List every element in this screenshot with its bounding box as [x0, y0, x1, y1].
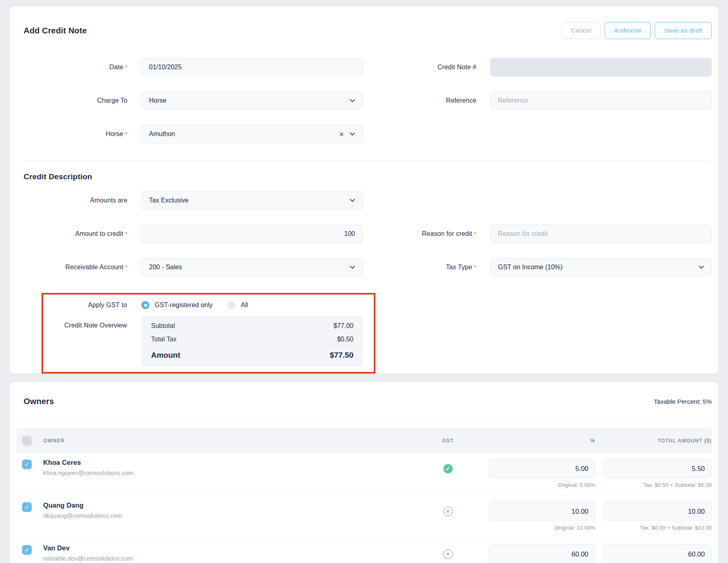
credit-note-overview-label: Credit Note Overview: [43, 316, 127, 329]
owner-name: Van Dev: [43, 544, 423, 552]
tax-type-label: Tax Type: [373, 264, 476, 271]
credit-description-grid: Amounts are Tax Exclusive Amount to cred…: [10, 191, 718, 277]
charge-to-label: Charge To: [24, 97, 127, 104]
tax-type-value: GST on Income (10%): [498, 264, 563, 271]
horse-label: Horse: [24, 130, 127, 138]
apply-gst-radio-group: GST-registered only All: [141, 301, 363, 309]
credit-description-heading: Credit Description: [10, 161, 718, 181]
chevron-down-icon: [350, 130, 355, 136]
amount-label: Amount: [151, 351, 180, 360]
apply-gst-row: Apply GST to GST-registered only All: [43, 297, 363, 313]
total-tax-label: Total Tax: [151, 336, 177, 343]
top-form-grid: Date Charge To Horse Horse Amuthon ✕: [10, 58, 718, 143]
chevron-down-icon: [350, 264, 355, 269]
add-credit-note-card: Add Credit Note Cancel Authorise Save as…: [10, 7, 718, 374]
owners-table-header: OWNER GST % TOTAL AMOUNT ($): [16, 429, 712, 453]
chevron-down-icon: [350, 197, 355, 202]
total-input[interactable]: [603, 544, 712, 563]
percent-input[interactable]: [489, 459, 595, 478]
authorise-button[interactable]: Authorise: [605, 22, 651, 39]
percent-column-header: %: [489, 438, 595, 444]
taxable-percent: Taxable Percent: 5%: [654, 397, 712, 405]
chevron-down-icon: [350, 97, 355, 102]
owners-table-body: ✓ Khoa Ceres khoa.nguyen@ceresolutions.c…: [16, 453, 712, 563]
total-note: Tax: $0.50 + Subtotal: $5.00: [603, 482, 712, 488]
radio-all[interactable]: All: [227, 301, 248, 309]
radio-unselected-icon[interactable]: [227, 301, 235, 309]
table-row: ✓ Van Dev mistable.dev@ceresolutions.com…: [16, 539, 712, 563]
amounts-are-value: Tax Exclusive: [149, 197, 189, 204]
reference-label: Reference: [373, 97, 476, 104]
tax-type-select[interactable]: GST on Income (10%): [490, 258, 712, 277]
receivable-account-value: 200 - Sales: [149, 264, 182, 271]
charge-to-select[interactable]: Horse: [141, 91, 363, 110]
credit-note-overview-row: Credit Note Overview Subtotal $77.00 Tot…: [43, 316, 363, 367]
receivable-account-select[interactable]: 200 - Sales: [141, 258, 363, 277]
clear-icon[interactable]: ✕: [339, 131, 344, 137]
header-actions: Cancel Authorise Save as draft: [561, 22, 712, 39]
percent-input[interactable]: [489, 501, 595, 521]
subtotal-label: Subtotal: [151, 322, 175, 330]
owner-email: khoa.nguyen@ceresolutions.com: [43, 469, 423, 476]
cancel-button[interactable]: Cancel: [561, 22, 600, 39]
apply-gst-label: Apply GST to: [43, 301, 127, 309]
annotation-box: Apply GST to GST-registered only All Cre…: [42, 293, 375, 374]
owner-email: dkquang@ceresolutions.com: [43, 512, 423, 519]
total-note: Tax: $0.00 + Subtotal: $10.00: [603, 525, 712, 531]
owner-name: Khoa Ceres: [43, 459, 423, 466]
horse-value: Amuthon: [149, 130, 175, 138]
charge-to-value: Horse: [149, 97, 167, 104]
percent-note: Original: 5.00%: [489, 482, 595, 488]
amount-to-credit-label: Amount to credit: [24, 230, 127, 238]
reason-for-credit-input[interactable]: [490, 224, 712, 243]
amount-to-credit-input[interactable]: [141, 224, 363, 243]
receivable-account-label: Receivable Account: [24, 264, 127, 271]
credit-note-overview-panel: Subtotal $77.00 Total Tax $0.50 Amount $…: [141, 316, 363, 367]
select-all-checkbox[interactable]: [22, 436, 32, 446]
gst-not-registered-icon: ✕: [443, 507, 453, 516]
owners-table: OWNER GST % TOTAL AMOUNT ($) ✓ Khoa Cere…: [16, 429, 712, 563]
row-checkbox[interactable]: ✓: [22, 502, 32, 512]
percent-note: Original: 10.00%: [489, 525, 595, 531]
radio-gst-registered-only[interactable]: GST-registered only: [141, 301, 213, 309]
owners-header: Owners Taxable Percent: 5%: [10, 382, 718, 422]
owners-card: Owners Taxable Percent: 5% OWNER GST % T…: [10, 382, 718, 563]
table-row: ✓ Khoa Ceres khoa.nguyen@ceresolutions.c…: [16, 453, 712, 496]
gst-column-header: GST: [423, 438, 472, 444]
gst-registered-icon: ✓: [443, 464, 453, 473]
owner-name: Quang Dang: [43, 501, 423, 509]
reason-for-credit-label: Reason for credit: [373, 230, 476, 238]
date-input[interactable]: [141, 58, 363, 77]
subtotal-value: $77.00: [333, 322, 353, 330]
credit-note-number-input: [490, 58, 712, 77]
total-amount-column-header: TOTAL AMOUNT ($): [603, 438, 712, 444]
total-input[interactable]: [603, 459, 712, 478]
amounts-are-label: Amounts are: [24, 197, 127, 204]
amount-value: $77.50: [330, 351, 353, 360]
gst-not-registered-icon: ✕: [443, 550, 453, 559]
credit-note-number-label: Credit Note #: [373, 64, 476, 71]
table-row: ✓ Quang Dang dkquang@ceresolutions.com ✕…: [16, 496, 712, 539]
row-checkbox[interactable]: ✓: [22, 460, 32, 469]
row-checkbox[interactable]: ✓: [22, 545, 32, 555]
card-header: Add Credit Note Cancel Authorise Save as…: [10, 7, 718, 39]
owner-email: mistable.dev@ceresolutions.com: [43, 555, 423, 562]
radio-selected-icon[interactable]: [141, 301, 149, 309]
chevron-down-icon: [699, 264, 704, 269]
total-input[interactable]: [603, 501, 712, 521]
reference-input[interactable]: [490, 91, 712, 110]
save-as-draft-button[interactable]: Save as draft: [655, 22, 712, 39]
owners-heading: Owners: [24, 397, 54, 406]
total-tax-value: $0.50: [337, 336, 353, 343]
date-label: Date: [24, 64, 127, 71]
percent-input[interactable]: [489, 544, 595, 563]
horse-select[interactable]: Amuthon ✕: [141, 125, 363, 143]
page-title: Add Credit Note: [24, 26, 87, 35]
amounts-are-select[interactable]: Tax Exclusive: [141, 191, 363, 210]
owner-column-header: OWNER: [41, 438, 423, 444]
